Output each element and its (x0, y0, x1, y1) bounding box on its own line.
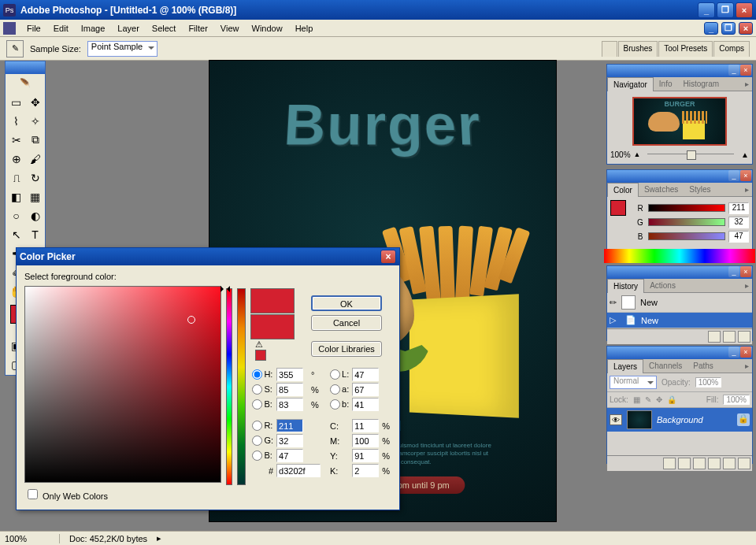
color-fg-swatch[interactable] (610, 200, 626, 216)
layers-menu-button[interactable]: ▸ (742, 359, 752, 373)
r-value[interactable]: 211 (728, 202, 749, 214)
menu-image[interactable]: Image (75, 21, 112, 35)
r-radio[interactable] (252, 421, 262, 431)
marquee-tool[interactable]: ▭ (7, 93, 25, 111)
color-close-button[interactable]: × (740, 170, 751, 181)
layer-mask-icon[interactable] (678, 458, 691, 469)
layer-style-icon[interactable] (663, 458, 676, 469)
tab-layers[interactable]: Layers (607, 359, 643, 373)
current-tool-icon[interactable]: ✎ (6, 40, 24, 57)
lock-transparent-icon[interactable]: ▦ (633, 395, 640, 404)
blab-input[interactable] (352, 398, 379, 411)
hue-slider[interactable] (226, 288, 232, 485)
history-menu-button[interactable]: ▸ (742, 279, 752, 292)
status-zoom[interactable]: 100% (5, 534, 60, 543)
layer-thumbnail[interactable] (627, 410, 652, 429)
menu-window[interactable]: Window (246, 21, 289, 35)
dodge-tool[interactable]: ◐ (26, 206, 44, 224)
menu-layer[interactable]: Layer (111, 21, 146, 35)
color-menu-button[interactable]: ▸ (742, 183, 752, 196)
picker-close-button[interactable]: × (380, 250, 396, 264)
tab-swatches[interactable]: Swatches (639, 183, 684, 196)
palette-well-icon[interactable] (602, 41, 617, 57)
k-input[interactable] (352, 464, 379, 477)
saturation-value-field[interactable] (24, 286, 221, 483)
brgb-radio[interactable] (252, 450, 262, 461)
tab-histogram[interactable]: Histogram (678, 77, 725, 91)
tab-paths[interactable]: Paths (687, 359, 719, 373)
r-input[interactable] (276, 419, 303, 432)
bval-input[interactable] (276, 398, 303, 411)
color-spectrum[interactable] (604, 249, 755, 263)
visibility-toggle[interactable]: 👁 (610, 414, 622, 425)
navigator-zoom-slider[interactable] (647, 150, 734, 158)
trash-icon[interactable] (738, 331, 750, 343)
menu-file[interactable]: File (20, 21, 47, 35)
brush-tool[interactable]: 🖌 (26, 150, 44, 168)
c-input[interactable] (352, 419, 379, 432)
g-input[interactable] (276, 434, 303, 447)
bval-radio[interactable] (252, 399, 262, 410)
close-button[interactable]: × (736, 2, 753, 18)
gamut-warning-icon[interactable]: ⚠ (255, 339, 263, 349)
path-tool[interactable]: ↖ (7, 225, 25, 243)
history-brush-source-icon[interactable]: ✏ (610, 298, 617, 308)
crop-tool[interactable]: ✂ (7, 131, 25, 149)
navigator-close-button[interactable]: × (740, 65, 751, 76)
sample-size-select[interactable]: Point Sample (87, 41, 158, 57)
closest-color-swatch[interactable] (255, 350, 266, 361)
only-web-colors-checkbox[interactable] (28, 489, 38, 499)
tab-info[interactable]: Info (654, 77, 678, 91)
navigator-minimize-button[interactable]: _ (728, 65, 739, 76)
slice-tool[interactable]: ⧉ (26, 131, 44, 149)
cancel-button[interactable]: Cancel (311, 315, 382, 331)
s-radio[interactable] (252, 384, 262, 395)
color-libraries-button[interactable]: Color Libraries (311, 341, 382, 357)
blend-mode-select[interactable]: Normal (610, 376, 657, 389)
doc-close-button[interactable]: × (739, 22, 753, 35)
tab-color[interactable]: Color (607, 183, 639, 197)
l-input[interactable] (352, 368, 379, 381)
h-input[interactable] (276, 368, 303, 381)
minimize-button[interactable]: _ (698, 2, 715, 18)
history-close-button[interactable]: × (740, 266, 751, 277)
picker-titlebar[interactable]: Color Picker × (17, 248, 399, 265)
s-input[interactable] (276, 383, 303, 396)
l-radio[interactable] (330, 369, 340, 380)
zoom-in-icon[interactable]: ▲ (741, 150, 749, 159)
new-snapshot-icon[interactable] (723, 331, 736, 343)
sv-cursor[interactable] (187, 316, 195, 324)
doc-minimize-button[interactable]: _ (704, 22, 718, 35)
m-input[interactable] (352, 434, 379, 447)
a-radio[interactable] (330, 384, 340, 395)
type-tool[interactable]: T (26, 225, 44, 243)
g-slider[interactable] (648, 218, 725, 226)
status-menu-icon[interactable]: ▸ (157, 533, 161, 543)
y-input[interactable] (352, 449, 379, 462)
move-tool[interactable]: ✥ (26, 93, 44, 111)
tab-tool-presets[interactable]: Tool Presets (658, 41, 713, 57)
maximize-button[interactable]: ❐ (717, 2, 734, 18)
history-minimize-button[interactable]: _ (728, 266, 739, 277)
new-color-swatch[interactable] (250, 288, 295, 313)
tab-channels[interactable]: Channels (643, 359, 687, 373)
g-radio[interactable] (252, 436, 262, 446)
current-color-swatch[interactable] (250, 314, 295, 339)
zoom-out-icon[interactable]: ▲ (634, 150, 641, 158)
menu-view[interactable]: View (214, 21, 246, 35)
menu-edit[interactable]: Edit (47, 21, 75, 35)
tab-styles[interactable]: Styles (684, 183, 716, 196)
new-layer-icon[interactable] (723, 458, 736, 469)
tab-brushes[interactable]: Brushes (618, 41, 658, 57)
fill-value[interactable]: 100% (723, 395, 750, 405)
tab-navigator[interactable]: Navigator (607, 77, 654, 91)
menu-help[interactable]: Help (289, 21, 320, 35)
lock-position-icon[interactable]: ✥ (656, 395, 662, 404)
blab-radio[interactable] (330, 399, 340, 410)
hex-input[interactable] (276, 464, 321, 477)
stamp-tool[interactable]: ⎍ (7, 169, 25, 187)
history-snapshot-row[interactable]: ✏ New (607, 293, 752, 313)
layers-minimize-button[interactable]: _ (728, 347, 739, 358)
gradient-tool[interactable]: ▦ (26, 187, 44, 206)
layer-row-background[interactable]: 👁 Background 🔒 (607, 408, 752, 432)
